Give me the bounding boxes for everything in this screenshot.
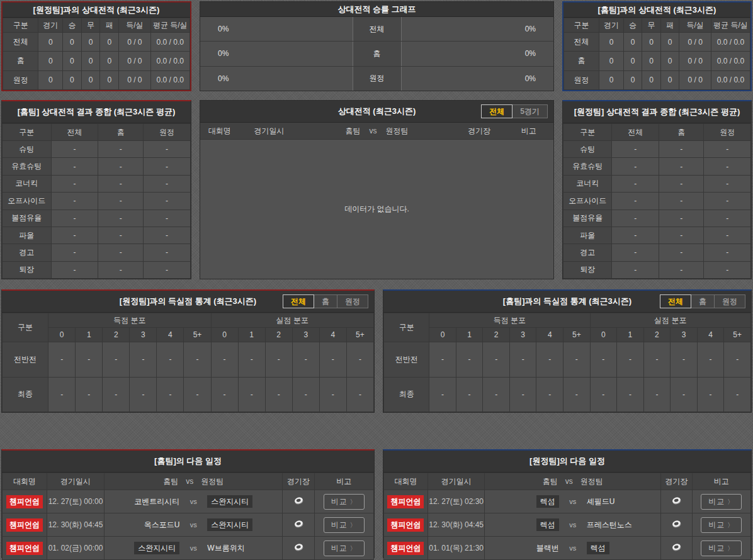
metric-label: 슈팅 — [563, 141, 612, 158]
metric-value: - — [659, 141, 704, 158]
column-header: 경기장 — [661, 473, 693, 490]
list-column-header: 대회명 — [200, 126, 239, 137]
stat-value: 0 — [100, 33, 119, 52]
metric-label: 파울 — [3, 227, 52, 244]
tab-5경기[interactable]: 5경기 — [512, 104, 548, 118]
column-header: 패 — [100, 18, 119, 33]
graph-row-label: 홈 — [353, 42, 402, 65]
goal-value: - — [509, 342, 536, 378]
stadium-ball-icon[interactable] — [671, 542, 682, 552]
league-cell: 챔피언쉽 — [3, 537, 47, 560]
tab-홈[interactable]: 홈 — [314, 294, 337, 308]
datetime-cell: 12. 30(화) 04:45 — [427, 513, 484, 537]
stadium-ball-icon[interactable] — [293, 496, 304, 505]
stat-value: 0 — [81, 52, 100, 70]
graph-left-value: 0% — [218, 25, 229, 33]
stadium-ball-icon[interactable] — [671, 496, 682, 505]
metric-label: 오프사이드 — [3, 193, 52, 210]
metric-label: 볼점유율 — [563, 210, 612, 227]
stat-value: 0 — [38, 52, 63, 70]
stadium-ball-icon[interactable] — [293, 519, 304, 529]
vs-label: vs — [559, 498, 587, 505]
metric-value: - — [704, 175, 751, 192]
stadium-ball-icon[interactable] — [671, 519, 682, 529]
stat-value: 0 — [660, 33, 679, 52]
column-header: 전체 — [612, 124, 659, 141]
home-team-wrap: 스완지시티 — [105, 543, 179, 554]
column-header: 경기 — [38, 18, 63, 33]
schedule-row: 챔피언쉽12. 27(토) 02:30렉섬vs셰필드U비교〉 — [384, 490, 751, 513]
stadium-ball-icon[interactable] — [293, 542, 304, 552]
graph-left-value: 0% — [218, 49, 229, 58]
away-team: 스완지시티 — [207, 495, 252, 508]
goal-value: - — [456, 342, 483, 378]
match-datetime: 01. 02(금) 00:00 — [48, 544, 103, 552]
teams-cell: 스완지시티vsW브롬위치 — [105, 537, 283, 560]
teams-wrap: 렉섬vs셰필드U — [485, 496, 660, 507]
league-cell: 챔피언쉽 — [384, 490, 428, 513]
metric-value: - — [51, 210, 98, 227]
table-row: 홈00000 / 00.0 / 0.0 — [3, 52, 190, 70]
metric-label: 유효슈팅 — [563, 158, 612, 175]
metric-value: - — [612, 193, 659, 210]
graph-row: 0%전체0% — [200, 17, 553, 42]
stat-value: 0 — [623, 70, 642, 89]
stat-value: 0 — [100, 52, 119, 70]
teams-cell: 렉섬vs프레스턴노스 — [485, 513, 661, 537]
panel-title: [원정팀]의 다음 일정 — [383, 451, 751, 473]
tab-홈[interactable]: 홈 — [691, 294, 715, 308]
teams-cell: 옥스포드Uvs스완지시티 — [105, 513, 283, 537]
row-label: 홈 — [3, 52, 38, 70]
compare-button[interactable]: 비교〉 — [324, 517, 365, 533]
metric-value: - — [704, 227, 751, 244]
tab-전체[interactable]: 전체 — [481, 104, 512, 118]
graph-row: 0%홈0% — [200, 42, 553, 66]
goal-value: - — [48, 377, 76, 412]
goal-value: - — [238, 377, 265, 412]
compare-button[interactable]: 비교〉 — [701, 494, 742, 510]
column-header: 구분 — [3, 124, 52, 141]
goal-value: - — [48, 342, 76, 378]
row-label: 홈 — [564, 52, 599, 70]
stat-value: 0.0 / 0.0 — [711, 52, 750, 70]
column-header: 대회명 — [384, 473, 428, 490]
tab-전체[interactable]: 전체 — [283, 294, 314, 308]
metric-label: 경고 — [3, 244, 52, 261]
row-label: 원정 — [564, 70, 599, 89]
group-header: 득점 분포 — [48, 313, 211, 328]
metric-value: - — [612, 244, 659, 261]
table-row: 원정00000 / 00.0 / 0.0 — [3, 70, 190, 89]
row-label: 전반전 — [384, 342, 429, 378]
metric-value: - — [659, 193, 704, 210]
chevron-right-icon: 〉 — [727, 545, 734, 552]
stat-value: 0 / 0 — [119, 70, 150, 89]
tab-원정[interactable]: 원정 — [714, 294, 745, 308]
empty-message: 데이터가 없습니다. — [200, 140, 553, 279]
metric-value: - — [659, 210, 704, 227]
home-team: 블랙번 — [536, 544, 559, 552]
compare-button[interactable]: 비교〉 — [701, 517, 742, 533]
bin-header: 3 — [130, 328, 157, 342]
league-badge: 챔피언쉽 — [387, 542, 424, 555]
tab-전체[interactable]: 전체 — [660, 294, 691, 308]
graph-right-value: 0% — [525, 74, 536, 83]
compare-button[interactable]: 비교〉 — [324, 494, 365, 510]
goal-value: - — [724, 342, 751, 378]
bin-header: 0 — [211, 328, 238, 342]
h2h-list-tabs: 전체5경기 — [482, 104, 548, 118]
stat-value: 0 — [38, 33, 63, 52]
panel-summary-away: [원정팀] 상대전적 결과 종합 (최근3시즌 평균) 구분전체홈원정슈팅---… — [562, 100, 752, 279]
row-label: 최종 — [3, 377, 48, 412]
metric-value: - — [659, 227, 704, 244]
metric-value: - — [612, 227, 659, 244]
table-row: 홈00000 / 00.0 / 0.0 — [564, 52, 750, 70]
goal-value: - — [590, 377, 617, 412]
compare-button[interactable]: 비교〉 — [701, 540, 742, 556]
table-row: 전체00000 / 00.0 / 0.0 — [564, 33, 750, 52]
compare-button[interactable]: 비교〉 — [324, 540, 365, 556]
teams-wrap: 스완지시티vsW브롬위치 — [105, 543, 282, 554]
goal-value: - — [346, 342, 373, 378]
row-label: 전체 — [3, 33, 38, 52]
tab-원정[interactable]: 원정 — [337, 294, 368, 308]
bin-header: 5+ — [346, 328, 373, 342]
